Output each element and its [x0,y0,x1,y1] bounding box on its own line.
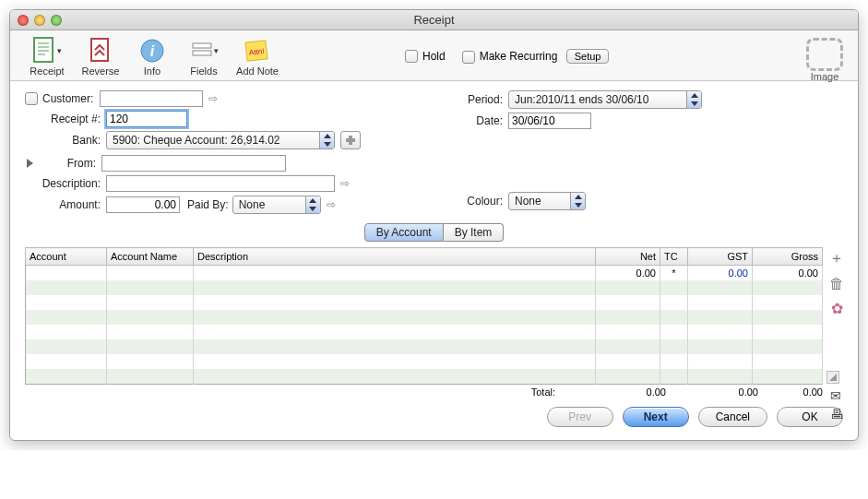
table-row[interactable]: 0.00 * 0.00 0.00 [26,266,823,281]
receipt-icon: ▾ [32,36,62,65]
scroll-corner-icon[interactable] [826,371,839,384]
svg-marker-18 [691,93,698,98]
tab-by-account[interactable]: By Account [364,223,444,242]
bank-label: Bank: [25,134,101,147]
receipt-window: Receipt ▾ Receipt Reverse i Info ▾ [9,9,859,441]
email-icon[interactable]: ✉ [830,388,843,403]
toolbar-receipt-label: Receipt [30,65,64,77]
info-icon: i [137,36,167,65]
grid-mode-tabs: By Account By Item [25,223,843,242]
addnote-icon: Attn! [243,36,272,65]
receipt-label: Receipt #: [25,113,101,125]
stepper-icon [686,91,701,108]
reverse-icon [86,36,115,65]
from-field[interactable] [101,155,286,172]
total-label: Total: [531,386,555,398]
table-row[interactable] [26,310,823,325]
customer-checkbox[interactable] [25,92,38,105]
toolbar-addnote-label: Add Note [236,65,279,77]
paidby-link-icon[interactable]: ⇨ [327,198,336,211]
add-row-icon[interactable]: ＋ [829,249,844,268]
svg-marker-21 [575,203,582,208]
colour-label: Colour: [458,195,503,208]
pin-icon [345,135,356,146]
titlebar: Receipt [10,10,858,30]
make-recurring-checkbox[interactable]: Make Recurring [462,50,558,63]
grid-side-icons: ＋ 🗑 ✿ [828,249,845,317]
customer-label: Customer: [42,92,100,105]
description-link-icon[interactable]: ⇨ [340,177,350,190]
period-combo[interactable]: Jun:2010/11 ends 30/06/10 [508,90,702,109]
svg-rect-8 [193,43,211,48]
paidby-combo[interactable]: None [232,196,321,214]
table-row[interactable] [26,280,823,295]
table-row[interactable] [26,369,823,384]
image-placeholder-icon [806,38,843,71]
toolbar-reverse-label: Reverse [82,65,120,77]
toolbar-info-label: Info [144,65,161,77]
description-field[interactable] [106,175,335,192]
total-net: 0.00 [601,386,666,398]
col-tc[interactable]: TC [660,248,688,266]
stepper-icon [570,193,585,209]
print-icon[interactable]: 🖶 [830,407,843,422]
from-label: From: [41,157,96,170]
pin-button[interactable] [340,131,361,149]
svg-rect-0 [34,38,53,62]
window-title: Receipt [10,13,858,27]
receipt-number-field[interactable] [106,111,187,127]
svg-marker-20 [575,195,582,199]
svg-rect-15 [349,136,352,145]
delete-row-icon[interactable]: 🗑 [829,276,844,292]
next-button[interactable]: Next [623,407,689,427]
col-account-name[interactable]: Account Name [107,248,194,266]
line-items-grid[interactable]: Account Account Name Description Net TC … [25,247,823,385]
setup-button[interactable]: Setup [566,49,610,64]
hold-checkbox[interactable]: Hold [405,50,446,64]
customer-link-icon[interactable]: ⇨ [208,92,218,105]
col-gross[interactable]: Gross [753,248,823,266]
svg-marker-22 [829,374,837,381]
table-row[interactable] [26,295,823,310]
amount-field[interactable] [106,196,180,213]
svg-rect-9 [193,51,211,55]
tab-by-item[interactable]: By Item [444,223,505,242]
image-well[interactable]: Image [806,38,843,82]
footer: Prev Next Cancel OK ✉ 🖶 [10,398,858,440]
toolbar-options: Hold Make Recurring Setup [405,49,609,64]
toolbar-receipt[interactable]: ▾ Receipt [19,36,75,77]
svg-text:Attn!: Attn! [249,47,265,57]
totals-row: Total: 0.00 0.00 0.00 [25,386,823,398]
customer-field[interactable] [100,90,203,107]
checkbox-icon [405,50,418,63]
image-label: Image [811,71,839,82]
prev-button[interactable]: Prev [547,407,613,427]
svg-marker-13 [324,142,331,147]
svg-marker-17 [309,207,316,211]
svg-marker-12 [324,134,331,138]
grid-header: Account Account Name Description Net TC … [26,248,823,266]
toolbar-fields[interactable]: ▾ Fields [178,36,230,77]
col-gst[interactable]: GST [688,248,753,266]
description-label: Description: [25,177,101,190]
colour-combo[interactable]: None [508,192,586,210]
date-field[interactable] [508,113,591,129]
col-account[interactable]: Account [26,248,107,266]
col-description[interactable]: Description [194,248,596,266]
grid-wrap: Account Account Name Description Net TC … [25,247,843,385]
cancel-button[interactable]: Cancel [698,407,767,427]
toolbar-fields-label: Fields [190,65,217,77]
toolbar-reverse[interactable]: Reverse [75,36,126,77]
disclosure-triangle[interactable] [27,159,33,168]
job-icon[interactable]: ✿ [831,300,843,317]
toolbar-addnote[interactable]: Attn! Add Note [230,36,285,77]
bank-combo[interactable]: 5900: Cheque Account: 26,914.02 [106,131,335,149]
table-row[interactable] [26,339,823,354]
svg-marker-16 [309,198,316,203]
toolbar-info[interactable]: i Info [126,36,178,77]
table-row[interactable] [26,354,823,369]
col-net[interactable]: Net [596,248,660,266]
checkbox-icon [462,51,475,64]
stepper-icon [305,196,320,213]
table-row[interactable] [26,325,823,339]
